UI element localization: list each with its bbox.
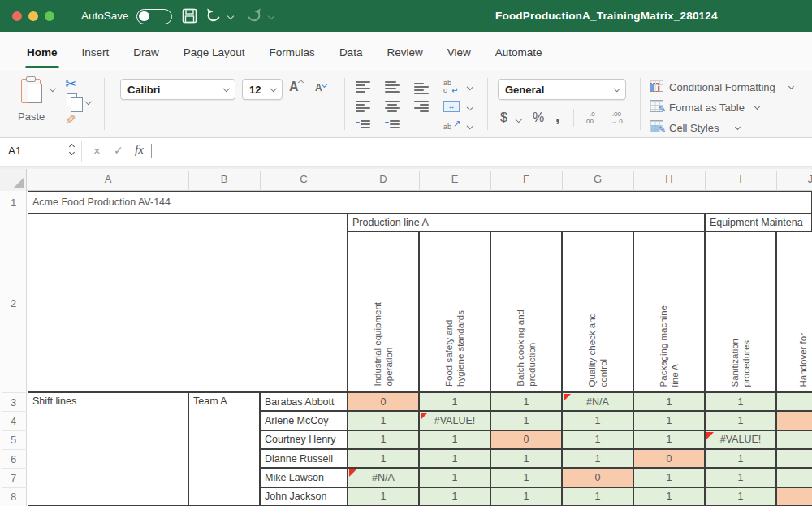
matrix-cell[interactable]: 1 [705, 449, 776, 468]
matrix-cell[interactable]: 1 [705, 487, 776, 506]
select-all-corner[interactable] [0, 169, 27, 191]
skill-header-cell[interactable]: Food safety and hygiene standards [419, 231, 490, 392]
column-header-j[interactable]: J [808, 173, 812, 185]
section-equipment-maintenance[interactable]: Equipment Maintena [705, 214, 812, 231]
matrix-cell[interactable]: 0 [348, 392, 419, 411]
undo-icon[interactable] [205, 6, 222, 24]
cell-merged-blank[interactable] [28, 214, 348, 392]
column-header-d[interactable]: D [379, 173, 387, 185]
person-name-cell[interactable]: Barabas Abbott [260, 392, 348, 411]
tab-data[interactable]: Data [339, 46, 363, 58]
paste-dropdown-chevron[interactable] [50, 85, 56, 92]
skill-header-cell[interactable]: Industrial equipment operation [348, 231, 419, 392]
person-name-cell[interactable]: John Jackson [260, 487, 348, 506]
skill-header-cell[interactable]: Sanitization procedures [705, 231, 776, 392]
orientation-icon[interactable]: ab [443, 123, 451, 131]
matrix-cell[interactable]: 1 [633, 430, 705, 449]
matrix-cell[interactable]: 1 [348, 449, 419, 468]
matrix-cell[interactable]: 1 [490, 411, 562, 430]
align-middle-icon[interactable] [385, 81, 400, 91]
matrix-cell[interactable]: 0 [490, 430, 562, 449]
paste-label[interactable]: Paste [18, 110, 45, 123]
matrix-cell[interactable]: 1 [419, 468, 490, 487]
merge-center-icon[interactable]: ↔ [443, 101, 460, 112]
conditional-formatting-icon[interactable] [650, 80, 663, 92]
matrix-cell[interactable] [776, 449, 812, 468]
matrix-cell[interactable]: 0 [633, 449, 705, 468]
font-name-select[interactable]: Calibri [120, 79, 235, 100]
skill-header-cell[interactable]: Packaging machine line A [633, 231, 705, 392]
formula-input-cursor[interactable] [151, 144, 152, 158]
redo-icon[interactable] [245, 6, 263, 24]
format-as-table-chevron[interactable] [754, 104, 760, 110]
tab-automate[interactable]: Automate [495, 46, 542, 58]
matrix-cell[interactable] [776, 430, 812, 449]
matrix-cell[interactable]: 1 [633, 487, 705, 506]
column-header-c[interactable]: C [300, 173, 307, 185]
skill-header-cell[interactable]: Handover for [776, 231, 812, 392]
conditional-formatting-chevron[interactable] [788, 84, 794, 89]
wrap-text-icon[interactable]: ab c [443, 80, 451, 94]
tab-draw[interactable]: Draw [133, 46, 159, 58]
name-box[interactable]: A1 [8, 145, 22, 157]
merge-center-chevron[interactable] [467, 104, 473, 110]
increase-indent-icon[interactable] [385, 120, 400, 130]
shrink-font-icon[interactable]: A [315, 82, 326, 93]
matrix-cell[interactable]: 1 [419, 449, 490, 468]
matrix-cell[interactable]: 1 [419, 392, 490, 411]
insert-function-icon[interactable]: fx [135, 143, 144, 157]
matrix-cell[interactable]: 1 [633, 392, 705, 411]
confirm-entry-icon[interactable]: ✓ [114, 144, 123, 157]
matrix-cell[interactable]: #VALUE! [419, 411, 490, 430]
matrix-cell[interactable]: 1 [633, 468, 705, 487]
close-window-button[interactable] [12, 11, 22, 21]
grow-font-icon[interactable]: A [289, 80, 303, 94]
person-name-cell[interactable]: Courtney Henry [260, 430, 348, 449]
matrix-cell[interactable]: #VALUE! [705, 430, 776, 449]
matrix-cell[interactable]: 1 [348, 411, 419, 430]
cell-team-a[interactable]: Team A [188, 392, 260, 506]
matrix-cell[interactable]: 1 [419, 487, 490, 506]
align-left-icon[interactable] [356, 101, 370, 110]
copy-icon[interactable] [67, 93, 77, 106]
decrease-decimal-icon[interactable]: .00 →.0 [611, 110, 623, 125]
minimize-window-button[interactable] [28, 11, 38, 21]
wrap-text-chevron[interactable] [467, 84, 473, 90]
autosave-toggle[interactable] [136, 9, 172, 24]
matrix-cell[interactable]: 1 [705, 468, 776, 487]
zoom-window-button[interactable] [45, 11, 54, 21]
cell-styles-icon[interactable]: ✎ [650, 120, 663, 132]
skill-header-cell[interactable]: Quality check and control [562, 231, 633, 392]
align-bottom-icon[interactable] [414, 81, 429, 91]
matrix-cell[interactable]: 1 [562, 449, 633, 468]
cut-icon[interactable]: ✂ [65, 76, 76, 93]
format-painter-icon[interactable]: ✎ [65, 112, 76, 128]
column-header-g[interactable]: G [594, 173, 602, 185]
tab-review[interactable]: Review [387, 46, 422, 58]
matrix-cell[interactable]: 1 [562, 430, 633, 449]
format-as-table-icon[interactable]: ✎ [650, 100, 663, 112]
tab-view[interactable]: View [447, 46, 471, 58]
increase-decimal-icon[interactable]: ←.0 .00 [583, 110, 595, 125]
undo-dropdown-chevron[interactable] [227, 13, 234, 19]
matrix-cell[interactable]: 1 [705, 392, 776, 411]
matrix-cell[interactable]: #N/A [348, 468, 419, 487]
tab-home[interactable]: Home [27, 46, 58, 58]
column-header-b[interactable]: B [221, 173, 228, 185]
column-header-i[interactable]: I [739, 173, 742, 185]
section-production-line-a[interactable]: Production line A [348, 214, 705, 231]
font-size-select[interactable]: 12 [242, 79, 283, 100]
decrease-indent-icon[interactable] [356, 120, 370, 130]
tab-insert[interactable]: Insert [82, 46, 110, 58]
cancel-entry-icon[interactable]: × [93, 144, 101, 158]
matrix-cell[interactable]: 1 [490, 487, 562, 506]
conditional-formatting-label[interactable]: Conditional Formatting [669, 81, 775, 93]
align-right-icon[interactable] [414, 101, 429, 110]
percent-icon[interactable]: % [533, 110, 544, 125]
cell-shift-lines[interactable]: Shift lines [28, 392, 188, 506]
cell-styles-label[interactable]: Cell Styles [669, 122, 719, 134]
matrix-cell[interactable] [776, 468, 812, 487]
comma-icon[interactable]: , [555, 107, 560, 126]
align-top-icon[interactable] [356, 81, 370, 91]
currency-chevron[interactable] [516, 116, 522, 123]
